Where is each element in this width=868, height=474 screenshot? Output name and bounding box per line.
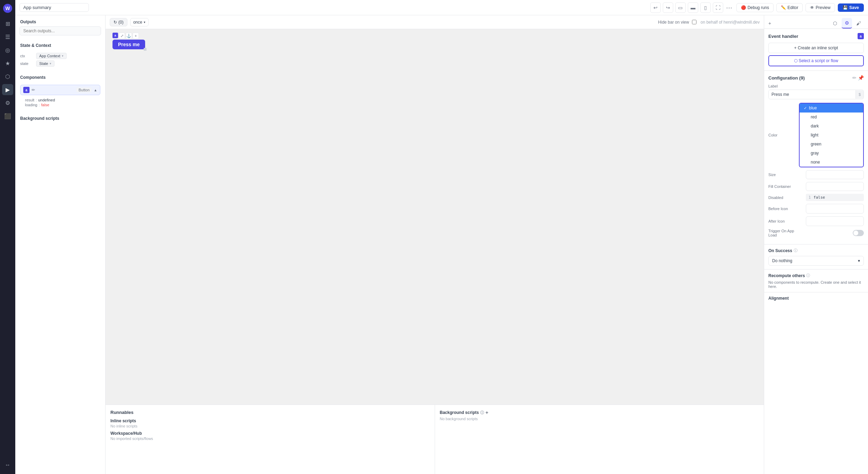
after-icon-label: After Icon: [768, 219, 803, 223]
bg-scripts-info-icon[interactable]: ⓘ: [480, 410, 484, 415]
mobile-view-button[interactable]: ▯: [700, 2, 711, 13]
nav-expand-icon[interactable]: ↔: [2, 459, 13, 471]
once-dropdown[interactable]: once ▾: [130, 18, 149, 26]
app-title-input[interactable]: App summary: [19, 3, 89, 12]
color-option-green[interactable]: green: [800, 140, 863, 149]
component-collapse-icon[interactable]: ▲: [94, 88, 97, 92]
config-title: Configuration (9): [768, 75, 805, 81]
toggle-knob: [853, 231, 858, 235]
resize-handle[interactable]: [144, 48, 147, 51]
runnables-panel: Runnables Inline scripts No inline scrip…: [106, 405, 435, 474]
component-edit-icon[interactable]: ✏: [32, 88, 35, 92]
right-panel-tabs: + ⬡ ⚙ 🖌: [764, 15, 868, 29]
on-success-info-icon[interactable]: ⓘ: [794, 248, 798, 253]
inline-scripts-title: Inline scripts: [110, 418, 430, 423]
result-value: undefined: [38, 98, 55, 102]
fill-container-row: Fill Container: [768, 182, 864, 191]
redo-button[interactable]: ↪: [663, 2, 673, 13]
nav-circle-icon[interactable]: ◎: [2, 44, 13, 56]
refresh-button[interactable]: ↻ (0): [110, 18, 127, 26]
tab-add-icon[interactable]: +: [768, 20, 771, 26]
color-option-red[interactable]: red: [800, 113, 863, 122]
size-field-label: Size: [768, 173, 803, 177]
workspace-hub-desc: No imported scripts/flows: [110, 436, 430, 441]
state-context-title: State & Context: [15, 39, 105, 50]
event-handler-badge: a: [858, 33, 864, 39]
nav-play-icon[interactable]: ▶: [2, 84, 13, 95]
component-overlay-badge: a: [112, 33, 118, 38]
color-option-blue[interactable]: ✓ blue: [800, 103, 863, 113]
tab-style-icon[interactable]: 🖌: [853, 18, 864, 28]
component-item-button[interactable]: a ✏ Button ▲: [20, 85, 100, 95]
color-dropdown-container: ✓ blue red dark: [799, 103, 864, 167]
disabled-label: Disabled: [768, 196, 803, 200]
trigger-on-app-load-toggle[interactable]: [853, 230, 864, 236]
color-option-light[interactable]: light: [800, 131, 863, 140]
select-script-button[interactable]: ⬡ Select a script or flow: [768, 55, 864, 66]
app-logo: W: [3, 3, 12, 13]
recompute-section: Recompute others ⓘ No components to reco…: [764, 269, 868, 292]
result-label: result: [25, 98, 34, 102]
config-pin-icon[interactable]: 📌: [858, 75, 864, 81]
do-nothing-select[interactable]: Do nothing ▾: [768, 256, 864, 266]
press-me-button[interactable]: Press me: [112, 40, 145, 49]
right-panel: + ⬡ ⚙ 🖌 Event handler a + Create an inli…: [764, 15, 868, 474]
fullscreen-button[interactable]: ⛶: [713, 2, 723, 13]
fill-container-label: Fill Container: [768, 184, 803, 189]
debug-runs-button[interactable]: 🔴 Debug runs: [736, 3, 774, 12]
size-input[interactable]: [806, 170, 864, 179]
nav-gear-icon[interactable]: ⚙: [2, 97, 13, 108]
desktop-view-button[interactable]: ▭: [675, 2, 686, 13]
overlay-move-icon[interactable]: ⤢: [119, 33, 125, 39]
overlay-add-icon[interactable]: +: [133, 33, 139, 39]
workspace-hub-title: Workspace/Hub: [110, 431, 430, 436]
loading-label: loading: [25, 103, 37, 107]
editor-button[interactable]: ✏️ Editor: [776, 3, 803, 12]
label-field: Label $: [768, 84, 864, 99]
search-outputs-input[interactable]: [19, 26, 101, 35]
tablet-view-button[interactable]: ▬: [688, 2, 698, 13]
config-edit-icon[interactable]: ✏: [852, 75, 857, 81]
overlay-anchor-icon[interactable]: ⚓: [126, 33, 132, 39]
nav-hex-icon[interactable]: ⬡: [2, 71, 13, 82]
bg-scripts-add-icon[interactable]: +: [485, 410, 488, 415]
color-option-dark[interactable]: dark: [800, 122, 863, 131]
after-icon-row: After Icon: [768, 216, 864, 226]
recompute-desc: No components to recompute. Create one a…: [768, 280, 864, 289]
after-icon-input[interactable]: [806, 216, 864, 226]
bg-scripts-label: Background scripts: [15, 113, 105, 124]
nav-box-icon[interactable]: ⬛: [2, 110, 13, 122]
color-option-gray[interactable]: gray: [800, 149, 863, 158]
color-dropdown[interactable]: ✓ blue red dark: [799, 103, 864, 167]
before-icon-input[interactable]: [806, 204, 864, 214]
nav-star-icon[interactable]: ★: [2, 58, 13, 69]
size-field-row: Size: [768, 170, 864, 179]
inline-scripts-desc: No inline scripts: [110, 424, 430, 428]
tab-settings-icon[interactable]: ⚙: [842, 18, 852, 28]
disabled-line-num: 1: [809, 196, 811, 199]
left-sidebar: Outputs State & Context ctx App Context …: [15, 15, 106, 474]
recompute-title: Recompute others: [768, 273, 805, 278]
label-field-label: Label: [768, 84, 864, 88]
create-inline-script-button[interactable]: + Create an inline script: [768, 43, 864, 53]
recompute-info-icon[interactable]: ⓘ: [806, 273, 810, 278]
label-suffix: $: [856, 90, 863, 99]
state-value-dropdown[interactable]: State ▾: [36, 60, 55, 67]
label-input[interactable]: [769, 90, 856, 99]
on-success-section: On Success ⓘ Do nothing ▾: [764, 244, 868, 269]
tab-component-icon[interactable]: ⬡: [830, 18, 840, 28]
fill-container-input[interactable]: [806, 182, 864, 191]
color-option-none[interactable]: none: [800, 158, 863, 167]
nav-menu-icon[interactable]: ☰: [2, 31, 13, 42]
undo-button[interactable]: ↩: [650, 2, 661, 13]
save-button[interactable]: 💾 Save: [838, 3, 864, 12]
disabled-value: false: [813, 195, 825, 200]
hide-bar-toggle[interactable]: [692, 20, 696, 24]
preview-button[interactable]: 👁 Preview: [806, 3, 835, 12]
more-options-icon[interactable]: ⋯: [726, 4, 732, 11]
disabled-code[interactable]: 1 false: [806, 194, 864, 201]
nav-home-icon[interactable]: ⊞: [2, 18, 13, 29]
component-type: Button: [76, 88, 92, 92]
disabled-field-row: Disabled 1 false: [768, 194, 864, 201]
ctx-value-dropdown[interactable]: App Context ▾: [36, 53, 67, 59]
